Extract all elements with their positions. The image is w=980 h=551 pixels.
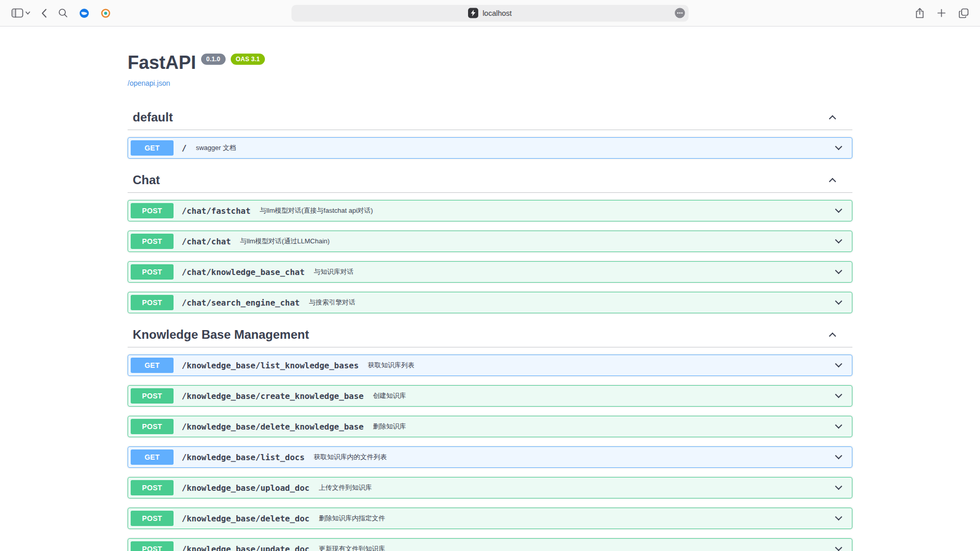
back-button[interactable]	[39, 7, 49, 19]
share-button[interactable]	[913, 6, 926, 20]
plus-icon	[937, 9, 946, 17]
openapi-json-link[interactable]: /openapi.json	[128, 79, 170, 87]
endpoint-path: /	[182, 143, 187, 153]
endpoint-description: 更新现有文件到知识库	[318, 544, 385, 551]
endpoint-description: 与搜索引擎对话	[309, 298, 355, 307]
endpoint-row[interactable]: POST /knowledge_base/delete_doc 删除知识库内指定…	[128, 508, 852, 529]
endpoint-row[interactable]: GET /knowledge_base/list_knowledge_bases…	[128, 355, 852, 376]
endpoint-row[interactable]: POST /knowledge_base/update_doc 更新现有文件到知…	[128, 538, 852, 551]
chevron-down-icon[interactable]	[835, 452, 842, 459]
section-knowledge-base-management: Knowledge Base Management GET /knowledge…	[128, 322, 852, 551]
endpoint-row[interactable]: POST /chat/chat 与llm模型对话(通过LLMChain)	[128, 231, 852, 252]
endpoint-description: 获取知识库列表	[368, 361, 414, 370]
chevron-down-icon[interactable]	[835, 544, 842, 551]
endpoint-description: 与llm模型对话(直接与fastchat api对话)	[260, 206, 373, 215]
chevron-up-icon[interactable]	[829, 333, 836, 340]
extension-blue-icon	[79, 8, 89, 18]
extension-orange-icon	[101, 8, 111, 18]
chevron-down-icon[interactable]	[835, 483, 842, 490]
new-tab-button[interactable]	[935, 7, 948, 19]
sidebar-toggle-icon	[11, 8, 23, 18]
toolbar-left-group	[9, 7, 113, 20]
endpoint-description: swagger 文档	[196, 143, 236, 153]
endpoint-row[interactable]: GET /knowledge_base/list_docs 获取知识库内的文件列…	[128, 446, 852, 468]
method-badge: POST	[131, 480, 174, 495]
endpoint-path: /chat/knowledge_base_chat	[182, 267, 305, 277]
endpoint-path: /knowledge_base/upload_doc	[182, 483, 309, 493]
section-header-chat[interactable]: Chat	[128, 168, 852, 193]
section-header-default[interactable]: default	[128, 105, 852, 130]
endpoint-path: /chat/chat	[182, 237, 231, 246]
method-badge: POST	[131, 541, 174, 551]
endpoint-description: 删除知识库	[373, 422, 406, 431]
chevron-down-icon[interactable]	[835, 421, 842, 429]
endpoint-path: /knowledge_base/delete_doc	[182, 514, 309, 523]
chevron-down-icon[interactable]	[835, 143, 842, 150]
method-badge: POST	[131, 419, 174, 434]
endpoint-description: 删除知识库内指定文件	[318, 514, 385, 523]
chevron-up-icon[interactable]	[829, 178, 836, 185]
extension-blue-button[interactable]	[77, 7, 91, 20]
endpoint-row[interactable]: POST /chat/knowledge_base_chat 与知识库对话	[128, 261, 852, 283]
chevron-down-icon[interactable]	[835, 513, 842, 520]
section-chat: Chat POST /chat/fastchat 与llm模型对话(直接与fas…	[128, 168, 852, 313]
endpoint-row[interactable]: POST /knowledge_base/upload_doc 上传文件到知识库	[128, 477, 852, 498]
version-badge: 0.1.0	[201, 54, 226, 65]
endpoint-path: /knowledge_base/list_docs	[182, 453, 305, 462]
chevron-down-icon[interactable]	[835, 206, 842, 213]
extension-orange-button[interactable]	[99, 7, 113, 20]
method-badge: POST	[131, 234, 174, 249]
chevron-down-icon[interactable]	[835, 267, 842, 274]
address-bar[interactable]: localhost	[291, 5, 689, 21]
api-info-block: FastAPI 0.1.0 OAS 3.1 /openapi.json	[128, 27, 852, 88]
method-badge: POST	[131, 388, 174, 404]
endpoint-path: /knowledge_base/delete_knowledge_base	[182, 422, 363, 432]
share-icon	[915, 8, 924, 18]
sidebar-toggle-button[interactable]	[9, 7, 32, 19]
search-button[interactable]	[56, 7, 70, 19]
browser-toolbar: localhost	[0, 0, 980, 27]
chevron-down-icon[interactable]	[835, 360, 842, 367]
endpoint-description: 与llm模型对话(通过LLMChain)	[240, 237, 330, 246]
endpoint-row[interactable]: GET / swagger 文档	[128, 137, 852, 159]
endpoint-description: 获取知识库内的文件列表	[314, 453, 387, 462]
method-badge: POST	[131, 203, 174, 218]
section-title: Chat	[133, 173, 160, 187]
tab-overview-icon	[959, 8, 969, 18]
endpoint-path: /knowledge_base/update_doc	[182, 544, 309, 551]
chevron-down-icon[interactable]	[835, 297, 842, 305]
swagger-page: FastAPI 0.1.0 OAS 3.1 /openapi.json defa…	[0, 27, 980, 551]
endpoint-description: 创建知识库	[373, 391, 406, 400]
chevron-up-icon[interactable]	[829, 115, 836, 122]
chevron-left-icon	[41, 9, 47, 18]
tab-overview-button[interactable]	[957, 7, 971, 20]
chevron-down-icon[interactable]	[835, 236, 842, 243]
url-text: localhost	[482, 9, 511, 17]
section-default: default GET / swagger 文档	[128, 105, 852, 159]
endpoint-row[interactable]: POST /knowledge_base/create_knowledge_ba…	[128, 385, 852, 407]
section-title: default	[133, 110, 173, 124]
page-title: FastAPI	[128, 52, 196, 73]
toolbar-right-group	[913, 6, 971, 20]
page-title-row: FastAPI 0.1.0 OAS 3.1	[128, 52, 852, 73]
endpoint-path: /knowledge_base/create_knowledge_base	[182, 391, 363, 401]
chevron-down-icon[interactable]	[835, 391, 842, 398]
site-favicon-icon	[468, 8, 478, 18]
method-badge: GET	[131, 358, 174, 373]
endpoint-path: /chat/search_engine_chat	[182, 298, 300, 308]
method-badge: POST	[131, 295, 174, 310]
section-title: Knowledge Base Management	[133, 328, 309, 342]
chevron-down-icon	[26, 11, 30, 15]
endpoint-row[interactable]: POST /knowledge_base/delete_knowledge_ba…	[128, 416, 852, 437]
method-badge: POST	[131, 264, 174, 280]
method-badge: POST	[131, 511, 174, 526]
endpoint-description: 上传文件到知识库	[318, 483, 372, 492]
method-badge: GET	[131, 449, 174, 465]
section-header-knowledge-base[interactable]: Knowledge Base Management	[128, 322, 852, 347]
api-sections: default GET / swagger 文档 Chat POST	[128, 105, 852, 551]
endpoint-description: 与知识库对话	[314, 267, 354, 277]
oas-badge: OAS 3.1	[231, 54, 265, 65]
endpoint-row[interactable]: POST /chat/search_engine_chat 与搜索引擎对话	[128, 292, 852, 313]
extensions-ellipsis-icon[interactable]	[675, 8, 685, 18]
endpoint-row[interactable]: POST /chat/fastchat 与llm模型对话(直接与fastchat…	[128, 200, 852, 221]
